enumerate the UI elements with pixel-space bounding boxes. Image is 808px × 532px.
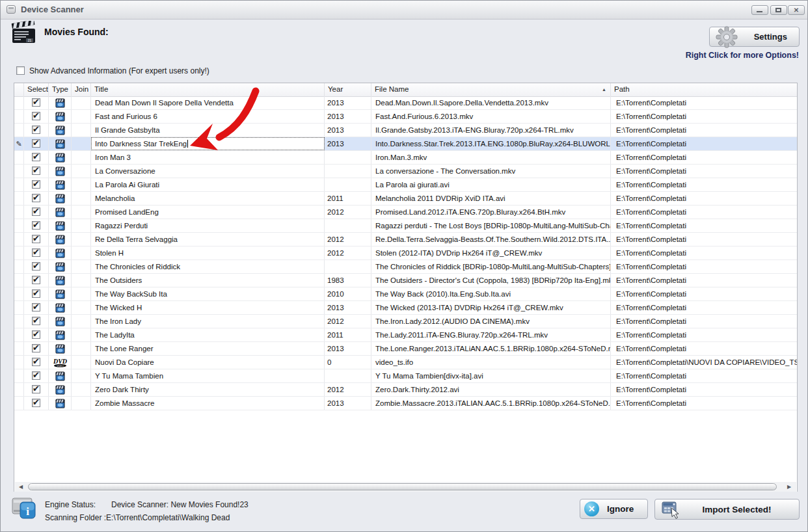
header-path[interactable]: Path bbox=[611, 83, 797, 96]
row-checkbox[interactable]: ✔ bbox=[32, 98, 40, 107]
show-advanced-checkbox[interactable] bbox=[16, 66, 25, 75]
title-cell[interactable]: La Conversazione bbox=[91, 165, 325, 178]
title-cell[interactable]: Il Grande GatsbyIta bbox=[91, 124, 325, 137]
import-selected-button[interactable]: Import Selected! bbox=[654, 499, 800, 520]
title-cell[interactable]: Nuovi Da Copiare bbox=[91, 356, 325, 369]
title-cell[interactable]: Iron Man 3 bbox=[91, 151, 325, 164]
table-row[interactable]: ✎ ✔ Stolen H 2012 Stolen (2012-ITA) DVDr… bbox=[14, 246, 797, 260]
row-checkbox[interactable]: ✔ bbox=[32, 221, 40, 230]
table-row[interactable]: ✎ ✔ The LadyIta 2011 The.Lady.2011.iTA-E… bbox=[14, 328, 797, 342]
select-cell[interactable]: ✔ bbox=[24, 233, 49, 246]
row-checkbox[interactable]: ✔ bbox=[32, 317, 40, 325]
select-cell[interactable]: ✔ bbox=[24, 342, 49, 355]
select-cell[interactable]: ✔ bbox=[24, 124, 49, 137]
select-cell[interactable]: ✔ bbox=[24, 192, 49, 205]
row-checkbox[interactable]: ✔ bbox=[32, 194, 40, 202]
row-checkbox[interactable]: ✔ bbox=[32, 276, 40, 284]
title-cell[interactable]: Melancholia bbox=[91, 192, 325, 205]
row-checkbox[interactable]: ✔ bbox=[32, 303, 40, 312]
select-cell[interactable]: ✔ bbox=[24, 206, 49, 219]
table-row[interactable]: ✎ ✔ Dead Man Down Il Sapore Della Vendet… bbox=[14, 96, 797, 110]
table-row[interactable]: ✎ ✔ Il Grande GatsbyIta 2013 Il.Grande.G… bbox=[14, 124, 797, 137]
row-checkbox[interactable]: ✔ bbox=[32, 344, 40, 352]
row-checkbox[interactable]: ✔ bbox=[32, 126, 40, 134]
row-checkbox[interactable]: ✔ bbox=[32, 371, 40, 380]
table-row[interactable]: ✎ ✔ DVDVIDEO Nuovi Da Copiare 0 video_ts… bbox=[14, 356, 797, 369]
table-row[interactable]: ✎ ✔ The Outsiders 1983 The Outsiders - D… bbox=[14, 274, 797, 287]
settings-button[interactable]: Settings bbox=[709, 27, 800, 47]
title-cell[interactable]: The Outsiders bbox=[91, 274, 325, 287]
title-cell[interactable]: Zombie Massacre bbox=[91, 397, 325, 410]
minimize-button[interactable] bbox=[751, 5, 768, 15]
table-row[interactable]: ✎ ✔ La Parola Ai Giurati La Parola ai gi… bbox=[14, 178, 797, 192]
table-row[interactable]: ✎ ✔ The Way BackSub Ita 2010 The Way Bac… bbox=[14, 287, 797, 301]
select-cell[interactable]: ✔ bbox=[24, 96, 49, 109]
row-checkbox[interactable]: ✔ bbox=[32, 358, 40, 366]
table-row[interactable]: ✎ ✔ Melancholia 2011 Melancholia 2011 DV… bbox=[14, 192, 797, 206]
row-checkbox[interactable]: ✔ bbox=[32, 289, 40, 298]
maximize-button[interactable] bbox=[770, 5, 787, 15]
table-row[interactable]: ✎ ✔ The Chronicles of Riddick The Chroni… bbox=[14, 260, 797, 274]
select-cell[interactable]: ✔ bbox=[24, 315, 49, 328]
row-checkbox[interactable]: ✔ bbox=[32, 385, 40, 393]
row-checkbox[interactable]: ✔ bbox=[32, 180, 40, 189]
titlebar[interactable]: Device Scanner ✕ bbox=[1, 1, 807, 20]
header-title[interactable]: Title bbox=[91, 83, 325, 96]
title-cell[interactable]: The Iron Lady bbox=[91, 315, 325, 328]
title-cell[interactable]: Dead Man Down Il Sapore Della Vendetta bbox=[91, 96, 325, 109]
title-cell[interactable]: The Chronicles of Riddick bbox=[91, 260, 325, 273]
title-cell[interactable]: Ragazzi Perduti bbox=[91, 219, 325, 232]
table-header[interactable]: Select Type Join Title Year File Name▲ P… bbox=[14, 83, 797, 97]
table-row[interactable]: ✎ ✔ Ragazzi Perduti Ragazzi perduti - Th… bbox=[14, 219, 797, 233]
title-cell[interactable]: Promised LandEng bbox=[91, 206, 325, 219]
select-cell[interactable]: ✔ bbox=[24, 369, 49, 382]
title-cell[interactable]: Into Darkness Star TrekEng bbox=[91, 137, 325, 150]
table-row[interactable]: ✎ ✔ Re Della Terra Selvaggia 2012 Re.Del… bbox=[14, 233, 797, 246]
table-row[interactable]: ✎ ✔ The Lone Ranger 2013 The.Lone.Ranger… bbox=[14, 342, 797, 356]
scroll-left-icon[interactable]: ◀ bbox=[16, 483, 25, 490]
scroll-right-icon[interactable]: ▶ bbox=[785, 483, 794, 490]
title-cell[interactable]: The Lone Ranger bbox=[91, 342, 325, 355]
close-button[interactable]: ✕ bbox=[788, 5, 805, 15]
table-row[interactable]: ✎ ✔ Zombie Massacre 2013 Zombie.Massacre… bbox=[14, 397, 797, 410]
table-row[interactable]: ✎ ✔ La Conversazione La conversazione - … bbox=[14, 165, 797, 178]
select-cell[interactable]: ✔ bbox=[24, 274, 49, 287]
header-filename[interactable]: File Name▲ bbox=[371, 83, 611, 96]
row-checkbox[interactable]: ✔ bbox=[32, 139, 40, 148]
select-cell[interactable]: ✔ bbox=[24, 328, 49, 341]
table-row[interactable]: ✎ ✔ The Iron Lady 2012 The.Iron.Lady.201… bbox=[14, 315, 797, 328]
title-cell[interactable]: The Way BackSub Ita bbox=[91, 287, 325, 300]
table-row[interactable]: ✎ ✔ Fast and Furious 6 2013 Fast.And.Fur… bbox=[14, 110, 797, 124]
header-type[interactable]: Type bbox=[49, 83, 72, 96]
row-checkbox[interactable]: ✔ bbox=[32, 262, 40, 271]
select-cell[interactable]: ✔ bbox=[24, 137, 49, 150]
horizontal-scrollbar[interactable]: ◀ ▶ bbox=[15, 482, 796, 492]
table-row[interactable]: ✎ ✔ Into Darkness Star TrekEng 2013 Into… bbox=[14, 137, 797, 151]
select-cell[interactable]: ✔ bbox=[24, 178, 49, 191]
header-year[interactable]: Year bbox=[325, 83, 371, 96]
table-row[interactable]: ✎ ✔ Zero Dark Thirty 2012 Zero.Dark.Thir… bbox=[14, 383, 797, 397]
row-checkbox[interactable]: ✔ bbox=[32, 153, 40, 161]
scrollbar-thumb[interactable] bbox=[28, 483, 777, 490]
select-cell[interactable]: ✔ bbox=[24, 151, 49, 164]
table-row[interactable]: ✎ ✔ The Wicked H 2013 The Wicked (2013-I… bbox=[14, 301, 797, 315]
select-cell[interactable]: ✔ bbox=[24, 260, 49, 273]
select-cell[interactable]: ✔ bbox=[24, 397, 49, 410]
row-checkbox[interactable]: ✔ bbox=[32, 112, 40, 120]
title-cell[interactable]: La Parola Ai Giurati bbox=[91, 178, 325, 191]
select-cell[interactable]: ✔ bbox=[24, 165, 49, 178]
select-cell[interactable]: ✔ bbox=[24, 110, 49, 123]
select-cell[interactable]: ✔ bbox=[24, 219, 49, 232]
row-checkbox[interactable]: ✔ bbox=[32, 207, 40, 216]
row-checkbox[interactable]: ✔ bbox=[32, 166, 40, 175]
title-cell[interactable]: Stolen H bbox=[91, 246, 325, 259]
table-row[interactable]: ✎ ✔ Promised LandEng 2012 Promised.Land.… bbox=[14, 206, 797, 219]
select-cell[interactable]: ✔ bbox=[24, 383, 49, 396]
row-checkbox[interactable]: ✔ bbox=[32, 248, 40, 257]
header-select[interactable]: Select bbox=[24, 83, 49, 96]
table-row[interactable]: ✎ ✔ Iron Man 3 Iron.Man.3.mkv E:\Torrent… bbox=[14, 151, 797, 165]
ignore-button[interactable]: ✕ Ignore bbox=[580, 499, 648, 519]
table-row[interactable]: ✎ ✔ Y Tu Mama Tambien Y Tu Mama Tambien[… bbox=[14, 369, 797, 383]
row-checkbox[interactable]: ✔ bbox=[32, 330, 40, 339]
header-join[interactable]: Join bbox=[72, 83, 91, 96]
